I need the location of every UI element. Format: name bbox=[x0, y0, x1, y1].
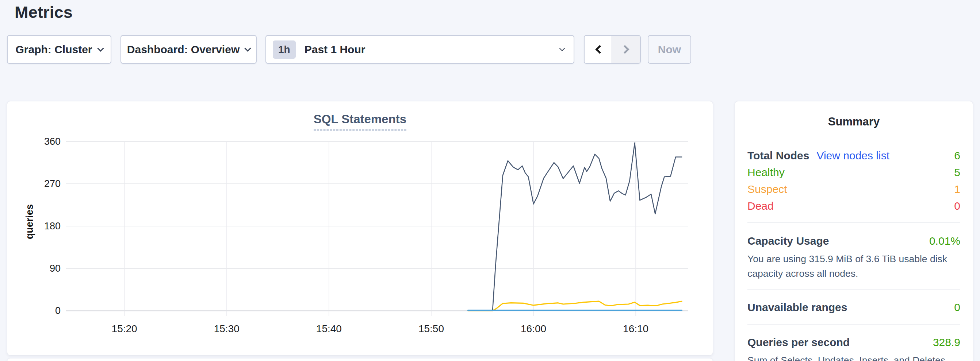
summary-panel: Summary Total Nodes View nodes list 6 He… bbox=[735, 101, 973, 361]
healthy-value: 5 bbox=[954, 166, 960, 179]
queries-per-second-label: Queries per second bbox=[748, 336, 850, 348]
queries-per-second-description: Sum of Selects, Updates, Inserts, and De… bbox=[748, 353, 960, 361]
now-button-label: Now bbox=[658, 43, 681, 56]
time-range-picker[interactable]: 1h Past 1 Hour bbox=[266, 35, 574, 64]
capacity-usage-description: You are using 315.9 MiB of 3.6 TiB usabl… bbox=[748, 252, 960, 281]
divider bbox=[748, 289, 960, 290]
chart-series-line-dark-slate bbox=[468, 143, 682, 311]
y-axis-tick-label: 90 bbox=[50, 263, 60, 274]
queries-per-second-row: Queries per second 328.9 bbox=[748, 334, 960, 351]
summary-title: Summary bbox=[748, 115, 960, 128]
chevron-down-icon bbox=[559, 46, 565, 51]
page-title: Metrics bbox=[0, 0, 980, 22]
x-axis-tick-label: 15:50 bbox=[418, 323, 444, 334]
y-axis-tick-label: 360 bbox=[44, 136, 60, 147]
arrow-right-icon bbox=[620, 45, 629, 54]
divider bbox=[748, 222, 960, 223]
dashboard-dropdown-label: Dashboard: Overview bbox=[127, 43, 240, 56]
content-row: SQL Statements 15:2015:3015:4015:5016:00… bbox=[7, 101, 980, 361]
unavailable-ranges-row: Unavailable ranges 0 bbox=[748, 299, 960, 316]
time-range-label: Past 1 Hour bbox=[304, 43, 560, 56]
graph-dropdown-label: Graph: Cluster bbox=[15, 43, 92, 56]
capacity-usage-label: Capacity Usage bbox=[748, 235, 829, 247]
x-axis-tick-label: 15:40 bbox=[316, 323, 342, 334]
dashboard-dropdown[interactable]: Dashboard: Overview bbox=[121, 35, 257, 64]
dead-label: Dead bbox=[748, 200, 774, 212]
suspect-label: Suspect bbox=[748, 183, 787, 195]
view-nodes-list-link[interactable]: View nodes list bbox=[816, 149, 889, 162]
y-axis-tick-label: 270 bbox=[44, 178, 60, 189]
y-axis-tick-label: 0 bbox=[55, 305, 60, 316]
total-nodes-row: Total Nodes View nodes list 6 bbox=[748, 147, 960, 164]
time-back-button[interactable] bbox=[585, 36, 612, 63]
sql-statements-chart-card: SQL Statements 15:2015:3015:4015:5016:00… bbox=[7, 101, 713, 356]
unavailable-ranges-label: Unavailable ranges bbox=[748, 301, 847, 314]
time-range-badge: 1h bbox=[273, 41, 296, 59]
dead-nodes-row: Dead 0 bbox=[748, 198, 960, 214]
sql-statements-chart: 15:2015:3015:4015:5016:0016:100901802703… bbox=[7, 101, 713, 356]
graph-dropdown[interactable]: Graph: Cluster bbox=[7, 35, 111, 64]
divider bbox=[748, 324, 960, 325]
y-axis-title: queries bbox=[24, 204, 35, 239]
suspect-value: 1 bbox=[954, 183, 960, 195]
capacity-usage-row: Capacity Usage 0.01% bbox=[748, 233, 960, 249]
healthy-nodes-row: Healthy 5 bbox=[748, 164, 960, 181]
time-forward-button[interactable] bbox=[612, 36, 640, 63]
queries-per-second-value: 328.9 bbox=[933, 336, 960, 348]
suspect-nodes-row: Suspect 1 bbox=[748, 181, 960, 198]
unavailable-ranges-value: 0 bbox=[954, 301, 960, 314]
metrics-page: Metrics Graph: Cluster Dashboard: Overvi… bbox=[0, 0, 980, 361]
total-nodes-label: Total Nodes bbox=[748, 149, 809, 162]
y-axis-tick-label: 180 bbox=[44, 221, 60, 231]
healthy-label: Healthy bbox=[748, 166, 785, 179]
chevron-down-icon bbox=[245, 45, 251, 51]
toolbar: Graph: Cluster Dashboard: Overview 1h Pa… bbox=[7, 35, 980, 64]
chevron-down-icon bbox=[97, 45, 104, 51]
arrow-left-icon bbox=[595, 45, 604, 54]
chart-series-line-yellow bbox=[468, 301, 682, 311]
capacity-usage-value: 0.01% bbox=[929, 235, 960, 247]
x-axis-tick-label: 15:30 bbox=[214, 323, 240, 334]
time-pager bbox=[584, 35, 641, 64]
next-chart-card-partial bbox=[7, 358, 713, 361]
dead-value: 0 bbox=[954, 200, 960, 212]
x-axis-tick-label: 16:00 bbox=[521, 323, 546, 334]
node-status-rows: Total Nodes View nodes list 6 Healthy 5 … bbox=[748, 147, 960, 214]
now-button[interactable]: Now bbox=[648, 35, 691, 64]
x-axis-tick-label: 15:20 bbox=[112, 323, 137, 334]
x-axis-tick-label: 16:10 bbox=[623, 323, 649, 334]
total-nodes-value: 6 bbox=[954, 149, 960, 162]
